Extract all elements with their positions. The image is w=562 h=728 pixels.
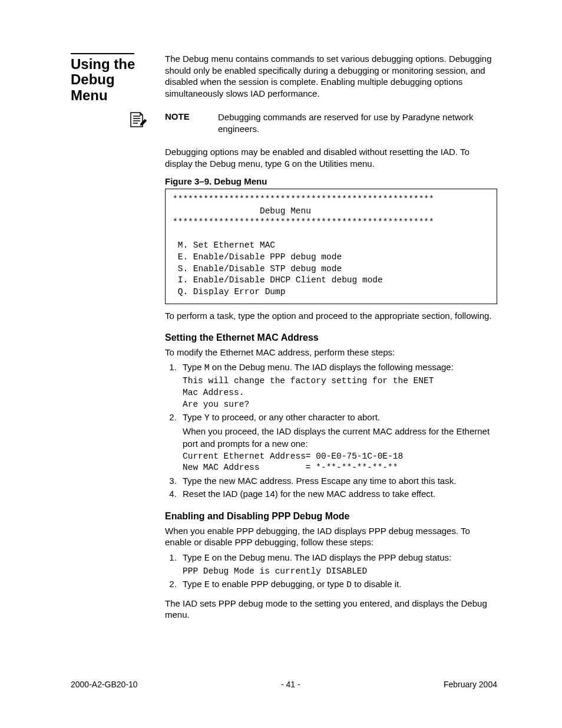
list-item: Type Y to proceed, or any other characte… (179, 411, 497, 474)
post-note-paragraph: Debugging options may be enabled and dis… (165, 146, 497, 170)
list-item: Type E on the Debug menu. The IAD displa… (179, 552, 497, 578)
code-block: This will change the factory setting for… (183, 375, 497, 410)
mac-heading: Setting the Ethernet MAC Address (165, 332, 497, 343)
ppp-intro: When you enable PPP debugging, the IAD d… (165, 525, 497, 548)
footer-right: February 2004 (444, 680, 497, 689)
note-text: Debugging commands are reserved for use … (218, 111, 497, 134)
intro-paragraph: The Debug menu contains commands to set … (165, 53, 497, 99)
ppp-heading: Enabling and Disabling PPP Debug Mode (165, 511, 497, 522)
debug-menu-box: ****************************************… (165, 189, 497, 304)
mac-intro: To modify the Ethernet MAC address, perf… (165, 347, 497, 358)
list-item: Type E to enable PPP debugging, or type … (179, 578, 497, 591)
code-block: Current Ethernet Address= 00-E0-75-1C-0E… (183, 451, 497, 474)
list-item: Type M on the Debug menu. The IAD displa… (179, 361, 497, 410)
note-icon (127, 110, 147, 130)
code-block: PPP Debug Mode is currently DISABLED (183, 566, 497, 578)
section-title: Using the Debug Menu (71, 57, 153, 103)
mac-steps: Type M on the Debug menu. The IAD displa… (165, 361, 497, 500)
page-footer: 2000-A2-GB20-10 - 41 - February 2004 (71, 680, 497, 689)
footer-left: 2000-A2-GB20-10 (71, 680, 138, 689)
figure-caption: Figure 3–9. Debug Menu (165, 176, 497, 186)
ppp-steps: Type E on the Debug menu. The IAD displa… (165, 552, 497, 592)
footer-center: - 41 - (281, 680, 300, 689)
after-menu-paragraph: To perform a task, type the option and p… (165, 310, 497, 322)
list-item: Reset the IAD (page 14) for the new MAC … (179, 488, 497, 500)
list-item: Type the new MAC address. Press Escape a… (179, 475, 497, 487)
note-label: NOTE (165, 111, 218, 134)
ppp-outro: The IAD sets PPP debug mode to the setti… (165, 598, 497, 621)
